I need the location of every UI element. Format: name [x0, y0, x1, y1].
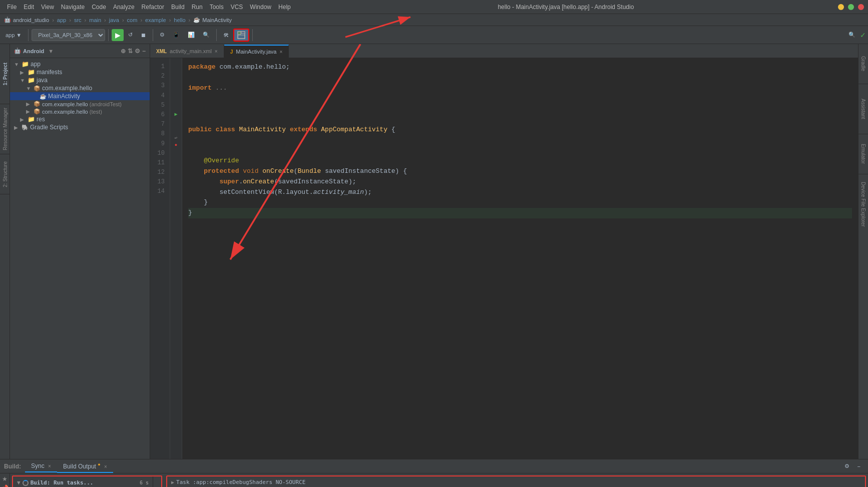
- build-star-icon[interactable]: ★: [2, 475, 8, 482]
- device-file-explorer-tab[interactable]: Device File Explorer: [858, 174, 868, 234]
- build-tab-output[interactable]: Build Output ● ×: [57, 460, 113, 473]
- menu-item-help[interactable]: Help: [275, 3, 294, 12]
- sdk-button[interactable]: 🛠: [220, 30, 232, 40]
- run-config-button[interactable]: app ▼: [2, 30, 25, 40]
- breadcrumb-hello[interactable]: hello: [174, 17, 185, 23]
- stop-button[interactable]: ⏹: [137, 30, 150, 40]
- tree-item-manifests[interactable]: ▶ 📁 manifests: [10, 68, 150, 76]
- window-controls: [838, 4, 864, 10]
- run-config-label: app: [6, 32, 15, 38]
- line-num-9: 9: [150, 139, 167, 149]
- code-line-6: [188, 114, 852, 125]
- code-line-9: [188, 145, 852, 156]
- sync-button[interactable]: ⚙: [156, 30, 168, 40]
- toolbar: app ▼ Pixel_3a_API_30_x86 ▶ ↺ ⏹ ⚙ 📱 📊 🔍 …: [0, 26, 868, 44]
- dropdown-icon: ▼: [16, 32, 22, 38]
- breadcrumb-app[interactable]: app: [57, 17, 66, 23]
- build-output-line-1[interactable]: ▶ Task :app:compileDebugShaders NO-SOURC…: [171, 478, 861, 486]
- build-minimize-button[interactable]: −: [854, 461, 864, 471]
- svg-rect-3: [238, 32, 241, 35]
- menu-item-navigate[interactable]: Navigate: [58, 3, 88, 12]
- line-num-2: 2: [150, 72, 167, 81]
- tab-close-xml[interactable]: ×: [215, 49, 218, 54]
- menu-item-build[interactable]: Build: [168, 3, 188, 12]
- toolbar-separator-5: [252, 29, 253, 41]
- breadcrumb-src[interactable]: src: [74, 17, 82, 23]
- build-pin-icon[interactable]: 📌: [1, 484, 9, 487]
- gutter-line-1: [170, 62, 182, 70]
- tree-item-gradle[interactable]: ▶ 🐘 Gradle Scripts: [10, 123, 150, 131]
- tree-item-app[interactable]: ▼ 📁 app: [10, 60, 150, 68]
- breadcrumb-com[interactable]: com: [127, 17, 138, 23]
- build-output-badge: ●: [98, 462, 100, 467]
- tab-activity-main-xml[interactable]: XML activity_main.xml ×: [150, 45, 224, 58]
- maximize-button[interactable]: [848, 4, 854, 10]
- tab-close-java[interactable]: ×: [279, 49, 282, 55]
- gradle-tab-right[interactable]: Gradle: [858, 44, 868, 84]
- folder-icon-java: 📁: [28, 77, 35, 84]
- project-tree: ▼ 📁 app ▶ 📁 manifests ▼ 📁 java ▼ 📦 com.e…: [10, 58, 150, 459]
- java-tab-icon: J: [230, 49, 233, 55]
- breadcrumb-example[interactable]: example: [145, 17, 166, 23]
- breadcrumb-java[interactable]: java: [109, 17, 119, 23]
- tree-item-java[interactable]: ▼ 📁 java: [10, 76, 150, 84]
- menu-item-view[interactable]: View: [38, 3, 57, 12]
- device-selector[interactable]: Pixel_3a_API_30_x86: [32, 29, 105, 41]
- emulator-tab[interactable]: Emulator: [858, 134, 868, 174]
- structure-tab[interactable]: 2: Structure: [0, 154, 10, 194]
- tree-item-androidtest[interactable]: ▶ 📦 com.example.hello (androidTest): [10, 100, 150, 108]
- avd-button[interactable]: 📱: [169, 30, 183, 40]
- breadcrumb-mainactivity[interactable]: MainActivity: [202, 17, 232, 23]
- project-tab-vertical[interactable]: 1: Project: [0, 44, 10, 104]
- minimize-panel-icon[interactable]: −: [142, 48, 146, 55]
- run-button[interactable]: ▶: [112, 29, 124, 41]
- close-button[interactable]: [858, 4, 864, 10]
- tree-item-test[interactable]: ▶ 📦 com.example.hello (test): [10, 108, 150, 115]
- breadcrumb-android-studio[interactable]: android_studio: [13, 17, 49, 23]
- sync-tab-close[interactable]: ×: [48, 463, 51, 469]
- menu-item-file[interactable]: File: [4, 3, 20, 12]
- layout-inspector-toolbar-button[interactable]: [233, 29, 249, 42]
- settings-icon[interactable]: ⚙: [135, 48, 140, 55]
- menu-item-run[interactable]: Run: [189, 3, 206, 12]
- gutter-line-4: [170, 86, 182, 94]
- menu-item-vcs[interactable]: VCS: [228, 3, 246, 12]
- tree-item-mainactivity[interactable]: ☕ MainActivity: [10, 92, 150, 100]
- menu-item-refactor[interactable]: Refactor: [139, 3, 167, 12]
- menu-item-edit[interactable]: Edit: [21, 3, 37, 12]
- assistant-tab[interactable]: Assistant: [858, 84, 868, 134]
- find-button[interactable]: 🔍: [845, 30, 859, 40]
- build-output-tab-close[interactable]: ×: [104, 464, 107, 469]
- tab-mainactivity-java[interactable]: J MainActivity.java ×: [224, 45, 289, 58]
- minimize-button[interactable]: [838, 4, 844, 10]
- code-line-11: protected void onCreate(Bundle savedInst…: [188, 166, 852, 177]
- menu-item-window[interactable]: Window: [247, 3, 274, 12]
- gutter-line-11: ●: [170, 141, 182, 148]
- rerun-button[interactable]: ↺: [125, 30, 136, 40]
- editor-area: XML activity_main.xml × J MainActivity.j…: [150, 44, 858, 459]
- emulator-label: Emulator: [860, 144, 866, 164]
- cog-icon[interactable]: ⊕: [121, 48, 126, 55]
- build-settings-button[interactable]: ⚙: [841, 461, 853, 471]
- build-analyze-button[interactable]: 🔍: [199, 30, 213, 40]
- code-content[interactable]: package com.example.hello; import ... pu…: [182, 58, 858, 459]
- java-file-icon: ☕: [40, 93, 47, 100]
- menu-item-analyze[interactable]: Analyze: [110, 3, 138, 12]
- left-sidebar-tabs: 1: Project Resource Manager 2: Structure: [0, 44, 10, 459]
- menu-item-tools[interactable]: Tools: [207, 3, 227, 12]
- gutter-line-14: [170, 165, 182, 173]
- resource-manager-tab[interactable]: Resource Manager: [0, 104, 10, 154]
- code-editor[interactable]: 1 2 3 4 5 6 7 8 9 10 11 12 13 14: [150, 58, 858, 459]
- gutter-line-13: [170, 157, 182, 165]
- gutter-line-6: [170, 102, 182, 110]
- menu-item-code[interactable]: Code: [89, 3, 109, 12]
- toolbar-separator-2: [108, 29, 109, 41]
- build-item-root[interactable]: ▼ Build: Run tasks... 6 s: [13, 478, 153, 487]
- breadcrumb-main[interactable]: main: [89, 17, 101, 23]
- tree-item-res[interactable]: ▶ 📁 res: [10, 115, 150, 123]
- gutter-line-12: [170, 149, 182, 157]
- build-tab-sync[interactable]: Sync ×: [25, 460, 57, 472]
- sort-icon[interactable]: ⇅: [128, 48, 133, 55]
- profile-button[interactable]: 📊: [184, 30, 198, 40]
- tree-item-pkg[interactable]: ▼ 📦 com.example.hello: [10, 84, 150, 92]
